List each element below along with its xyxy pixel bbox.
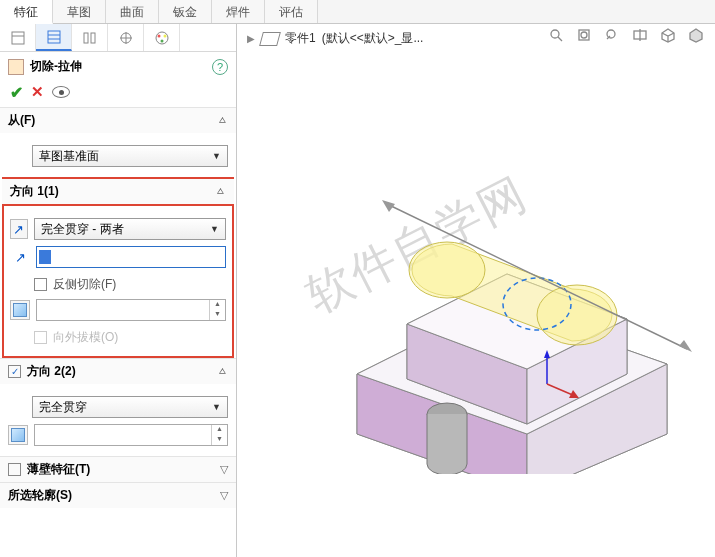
svg-rect-6 — [91, 33, 95, 43]
reverse-cut-label: 反侧切除(F) — [53, 276, 116, 293]
breadcrumb-part[interactable]: 零件1 — [285, 30, 316, 47]
reverse-cut-checkbox[interactable] — [34, 278, 47, 291]
zoom-area-button[interactable] — [571, 24, 597, 46]
svg-marker-26 — [679, 340, 692, 352]
draft-outward-checkbox[interactable] — [34, 331, 47, 344]
feature-name: 切除-拉伸 — [30, 58, 212, 75]
draft-outward-label: 向外拔模(O) — [53, 329, 118, 346]
svg-marker-25 — [382, 200, 395, 212]
svg-line-15 — [558, 37, 562, 41]
model-preview — [297, 114, 715, 474]
svg-point-14 — [551, 30, 559, 38]
breadcrumb: ▶ 零件1 (默认<<默认>_显... — [247, 30, 423, 47]
section-from-head[interactable]: 从(F) ㅿ — [0, 107, 236, 133]
spin-down[interactable]: ▼ — [212, 435, 227, 445]
section-dir1-head[interactable]: 方向 1(1) ㅿ — [2, 177, 234, 204]
section-contours-label: 所选轮廓(S) — [8, 487, 220, 504]
panel-tab-config[interactable] — [72, 24, 108, 51]
cut-extrude-icon — [8, 59, 24, 75]
arrow-ne-icon — [13, 222, 24, 237]
dir2-end-condition-dropdown[interactable]: 完全贯穿 ▼ — [32, 396, 228, 418]
panel-tab-feature-tree[interactable] — [0, 24, 36, 51]
direction-vector-icon[interactable] — [10, 247, 30, 267]
dir2-end-condition-value: 完全贯穿 — [39, 399, 212, 416]
cube-icon — [13, 303, 27, 317]
section-dir2-head[interactable]: ✓ 方向 2(2) ㅿ — [0, 358, 236, 384]
spin-up[interactable]: ▲ — [210, 300, 225, 310]
prev-view-button[interactable] — [599, 24, 625, 46]
section-dir1-body: 完全贯穿 - 两者 ▼ 反侧切除(F) ▲▼ 向外 — [2, 204, 234, 358]
section-thin-label: 薄壁特征(T) — [27, 461, 220, 478]
chevron-down-icon: ▽ — [220, 489, 228, 502]
section-dir2-body: 完全贯穿 ▼ ▲▼ — [0, 384, 236, 456]
dir1-end-condition-value: 完全贯穿 - 两者 — [41, 221, 210, 238]
section-dir2-label: 方向 2(2) — [27, 363, 217, 380]
cube-icon — [11, 428, 25, 442]
chevron-up-icon: ㅿ — [215, 184, 226, 199]
preview-toggle[interactable] — [52, 86, 70, 98]
section-from-label: 从(F) — [8, 112, 217, 129]
dir2-draft-icon-button[interactable] — [8, 425, 28, 445]
chevron-down-icon: ▼ — [212, 402, 221, 412]
dir2-draft-value — [35, 425, 211, 445]
svg-point-13 — [160, 39, 163, 42]
selection-chip — [39, 250, 51, 264]
tab-surface[interactable]: 曲面 — [106, 0, 159, 23]
tab-evaluate[interactable]: 评估 — [265, 0, 318, 23]
help-icon[interactable]: ? — [212, 59, 228, 75]
section-view-button[interactable] — [627, 24, 653, 46]
dir2-enable-checkbox[interactable]: ✓ — [8, 365, 21, 378]
graphics-viewport[interactable]: ▶ 零件1 (默认<<默认>_显... 软件自学网 — [237, 24, 715, 557]
reverse-cut-row: 反侧切除(F) — [10, 276, 226, 293]
from-plane-dropdown[interactable]: 草图基准面 ▼ — [32, 145, 228, 167]
tab-sketch[interactable]: 草图 — [53, 0, 106, 23]
tab-weldments[interactable]: 焊件 — [212, 0, 265, 23]
chevron-down-icon: ▼ — [212, 151, 221, 161]
spin-up[interactable]: ▲ — [212, 425, 227, 435]
action-row: ✔ ✕ — [0, 81, 236, 107]
breadcrumb-trail: (默认<<默认>_显... — [322, 30, 424, 47]
spin-down[interactable]: ▼ — [210, 310, 225, 320]
draft-angle-spinner[interactable]: ▲▼ — [36, 299, 226, 321]
chevron-down-icon: ▼ — [210, 224, 219, 234]
dir2-draft-angle-spinner[interactable]: ▲▼ — [34, 424, 228, 446]
thin-enable-checkbox[interactable] — [8, 463, 21, 476]
arrow-ne-icon — [15, 250, 26, 265]
ok-button[interactable]: ✔ — [10, 83, 23, 102]
section-dir1-label: 方向 1(1) — [10, 183, 215, 200]
breadcrumb-arrow-icon[interactable]: ▶ — [247, 33, 255, 44]
svg-point-12 — [163, 34, 166, 37]
cancel-button[interactable]: ✕ — [31, 83, 44, 101]
dir1-end-condition-dropdown[interactable]: 完全贯穿 - 两者 ▼ — [34, 218, 226, 240]
zoom-fit-button[interactable] — [543, 24, 569, 46]
tab-sheetmetal[interactable]: 钣金 — [159, 0, 212, 23]
draft-icon-button[interactable] — [10, 300, 30, 320]
svg-point-17 — [581, 32, 587, 38]
svg-rect-0 — [12, 32, 24, 44]
section-from-body: 草图基准面 ▼ — [0, 133, 236, 177]
viewport-toolbar — [543, 24, 709, 46]
tab-features[interactable]: 特征 — [0, 0, 53, 24]
svg-point-21 — [537, 285, 617, 345]
section-thin-head[interactable]: 薄壁特征(T) ▽ — [0, 456, 236, 482]
view-orientation-button[interactable] — [655, 24, 681, 46]
svg-point-22 — [409, 242, 485, 298]
svg-rect-5 — [84, 33, 88, 43]
ribbon-tabs: 特征 草图 曲面 钣金 焊件 评估 — [0, 0, 715, 24]
chevron-down-icon: ▽ — [220, 463, 228, 476]
display-style-button[interactable] — [683, 24, 709, 46]
reverse-direction-button[interactable] — [10, 219, 28, 239]
section-contours-head[interactable]: 所选轮廓(S) ▽ — [0, 482, 236, 508]
svg-point-18 — [607, 30, 615, 38]
chevron-up-icon: ㅿ — [217, 113, 228, 128]
part-icon — [259, 32, 281, 46]
panel-tab-appearance[interactable] — [144, 24, 180, 51]
property-panel: 切除-拉伸 ? ✔ ✕ 从(F) ㅿ 草图基准面 ▼ 方向 1(1) ㅿ — [0, 24, 237, 557]
panel-tab-property[interactable] — [36, 24, 72, 51]
panel-tab-dim[interactable] — [108, 24, 144, 51]
from-plane-value: 草图基准面 — [39, 148, 212, 165]
direction-reference-field[interactable] — [36, 246, 226, 268]
draft-outward-row: 向外拔模(O) — [10, 329, 226, 346]
property-panel-tabs — [0, 24, 236, 52]
chevron-up-icon: ㅿ — [217, 364, 228, 379]
